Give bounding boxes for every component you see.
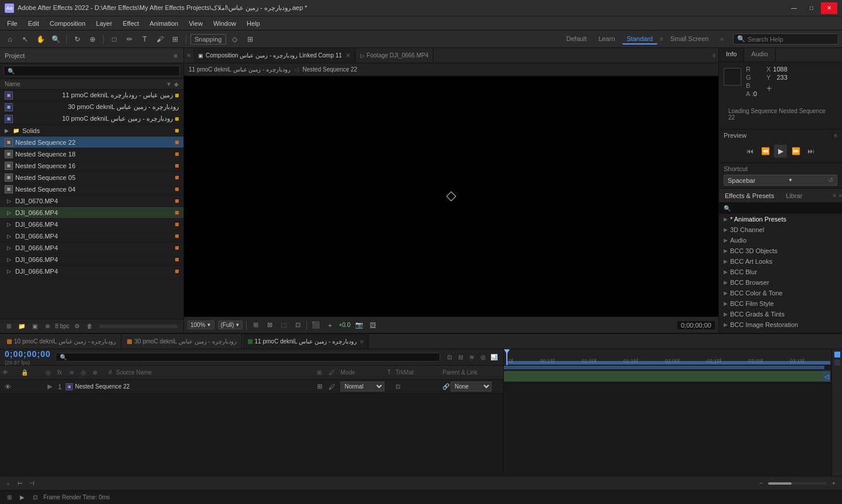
effect-category-audio[interactable]: ▶ Audio — [719, 235, 842, 246]
menu-edit[interactable]: Edit — [23, 19, 44, 28]
workspace-overflow[interactable]: » — [720, 36, 724, 42]
list-item[interactable]: ▣ Nested Sequence 22 — [0, 137, 183, 148]
menu-help[interactable]: Help — [242, 19, 265, 28]
fit-to-comp-icon[interactable]: ⊞ — [250, 320, 261, 331]
ws-default[interactable]: Default — [562, 34, 592, 45]
comp-tab-active[interactable]: ▣ Composition رودبارچره - زمین عباس Link… — [193, 48, 356, 63]
ws-standard[interactable]: Standard — [622, 34, 658, 45]
snapping-toggle[interactable]: Snapping — [190, 34, 226, 45]
rect-tool[interactable]: □ — [108, 33, 121, 46]
new-item-icon[interactable]: ⊕ — [42, 321, 53, 332]
tab-info[interactable]: Info — [719, 48, 744, 62]
layer-pen-icon[interactable]: 🖊 — [329, 383, 340, 390]
tl-graph-editor-icon[interactable]: 📊 — [489, 353, 499, 362]
color-picker-icon[interactable]: ⬛ — [311, 320, 321, 331]
out-marker[interactable]: ◁ — [823, 371, 830, 382]
toggle-transparency-icon[interactable]: ⊠ — [264, 320, 275, 331]
breadcrumb-nested[interactable]: Nested Sequence 22 — [302, 66, 357, 73]
effects-menu-icon[interactable]: ≡ — [833, 192, 837, 199]
home-button[interactable]: ⌂ — [4, 33, 16, 46]
show-snapshot-icon[interactable]: 🖼 — [368, 320, 379, 331]
list-item[interactable]: ▣ Nested Sequence 16 — [0, 160, 183, 172]
pen-tool[interactable]: ✏ — [123, 33, 136, 46]
list-item[interactable]: ▣ رودبارچره - زمین عباس Linked Comp 03 — [0, 101, 183, 113]
orbit-tool[interactable]: ↻ — [71, 33, 84, 46]
effect-category-bcc-color-tone[interactable]: ▶ BCC Color & Tone — [719, 288, 842, 298]
effect-category-bcc-blur[interactable]: ▶ BCC Blur — [719, 267, 842, 277]
shortcut-dropdown[interactable]: Spacebar ▼ ↺ — [724, 175, 837, 186]
comp-tab-close[interactable]: ✕ — [346, 52, 350, 59]
layer-switches-icon[interactable]: ⊞ — [317, 383, 329, 390]
region-of-interest-icon[interactable]: ⬚ — [278, 320, 289, 331]
maximize-button[interactable]: □ — [803, 2, 820, 14]
minimize-button[interactable]: — — [786, 2, 802, 14]
effect-category-bcc-film-style[interactable]: ▶ BCC Film Style — [719, 298, 842, 309]
pan-tool[interactable]: ⊕ — [86, 33, 99, 46]
quality-dropdown[interactable]: (Full) ▼ — [218, 321, 243, 329]
tab-effects-presets[interactable]: Effects & Presets — [719, 190, 780, 201]
tl-search-input[interactable] — [69, 354, 437, 360]
list-item[interactable]: ▣ زمین عباس - رودبارچره Linked Comp 11 — [0, 90, 183, 101]
zoom-dropdown[interactable]: 100% ▼ — [188, 321, 214, 329]
shortcut-reset-icon[interactable]: ↺ — [828, 176, 833, 184]
list-item[interactable]: ▣ Nested Sequence 05 — [0, 172, 183, 183]
list-item[interactable]: ▷ DJI_0666.MP4 — [0, 230, 183, 242]
menu-animation[interactable]: Animation — [145, 19, 183, 28]
next-frame-button[interactable]: ⏩ — [789, 145, 802, 158]
list-item[interactable]: ▷ DJI_0670.MP4 — [0, 195, 183, 207]
list-item[interactable]: ▷ DJI_0666.MP4 — [0, 219, 183, 230]
tab-audio[interactable]: Audio — [744, 48, 775, 62]
project-search-input[interactable] — [17, 67, 176, 74]
ws-small-screen[interactable]: Small Screen — [666, 34, 713, 45]
menu-view[interactable]: View — [184, 19, 207, 28]
layer-eye-icon[interactable]: 👁 — [2, 383, 13, 390]
go-to-out-point-icon[interactable]: ⊣ — [27, 479, 36, 488]
ws-learn[interactable]: Learn — [594, 34, 619, 45]
preview-menu-icon[interactable]: ≡ — [834, 132, 837, 139]
frame-render-icon-3[interactable]: ⊡ — [30, 493, 40, 502]
text-tool[interactable]: T — [138, 33, 151, 46]
layer-mode-select[interactable]: Normal — [340, 382, 384, 391]
tl-enable-motion-blur-icon[interactable]: ◎ — [478, 353, 488, 362]
add-point-icon[interactable]: + — [766, 83, 772, 94]
project-menu-button[interactable]: ≡ — [173, 51, 179, 60]
list-item[interactable]: ▶ 📁 Solids — [0, 125, 183, 137]
frame-render-icon-1[interactable]: ⊞ — [5, 493, 14, 502]
list-item[interactable]: ▷ DJI_0666.MP4 — [0, 207, 183, 219]
tl-hide-shy-layers-icon[interactable]: ⊟ — [456, 353, 465, 362]
snapshot-icon[interactable]: 📷 — [354, 320, 364, 331]
list-item[interactable]: ▣ Nested Sequence 04 — [0, 183, 183, 195]
zoom-out-timeline-icon[interactable]: − — [756, 479, 766, 488]
tl-tab-linked-comp-01[interactable]: رودبارچره - زمین عباس Linked Comp 01 — [2, 334, 121, 349]
new-folder-icon[interactable]: 📁 — [16, 321, 27, 332]
tl-enable-frame-blending-icon[interactable]: ≋ — [467, 353, 476, 362]
menu-file[interactable]: File — [2, 19, 22, 28]
zoom-in-timeline-icon[interactable]: + — [829, 479, 838, 488]
effects-overflow-icon[interactable]: » — [838, 192, 842, 199]
grid-icon[interactable]: ⊞ — [244, 33, 257, 46]
gain-icon[interactable]: + — [325, 320, 335, 331]
footage-tab[interactable]: ▷ Footage DJI_0666.MP4 — [356, 48, 434, 63]
list-item[interactable]: ▣ Nested Sequence 18 — [0, 148, 183, 160]
effects-search-input[interactable] — [733, 205, 837, 212]
viewer-menu-button[interactable]: ≡ — [713, 52, 716, 59]
tl-toggle-solo-icon[interactable]: ⊡ — [445, 353, 454, 362]
effect-category-bcc-grads-tints[interactable]: ▶ BCC Grads & Tints — [719, 309, 842, 319]
zoom-tool[interactable]: 🔍 — [49, 33, 62, 46]
close-button[interactable]: ✕ — [821, 2, 837, 14]
skip-to-end-button[interactable]: ⏭ — [804, 145, 817, 158]
frame-render-icon-2[interactable]: ▶ — [18, 493, 27, 502]
skip-to-start-button[interactable]: ⏮ — [744, 145, 756, 158]
delete-icon[interactable]: 🗑 — [84, 321, 95, 332]
effect-category-bcc-3d-objects[interactable]: ▶ BCC 3D Objects — [719, 246, 842, 256]
tl-tab-close[interactable]: ≡ — [360, 339, 363, 345]
effect-category-3d-channel[interactable]: ▶ 3D Channel — [719, 224, 842, 235]
tl-tab-linked-comp-03[interactable]: رودبارچره - زمین عباس Linked Comp 03 — [122, 334, 241, 349]
menu-window[interactable]: Window — [209, 19, 241, 28]
snap-icon[interactable]: ◇ — [229, 33, 241, 46]
list-item[interactable]: ▣ رودبارچره - زمین عباس Linked Comp 01 — [0, 113, 183, 125]
layer-parent-select[interactable]: None — [451, 382, 492, 391]
project-settings-icon[interactable]: ⚙ — [71, 321, 82, 332]
clone-tool[interactable]: ⊞ — [169, 33, 182, 46]
col-tags-icon[interactable]: ◆ — [174, 81, 179, 87]
